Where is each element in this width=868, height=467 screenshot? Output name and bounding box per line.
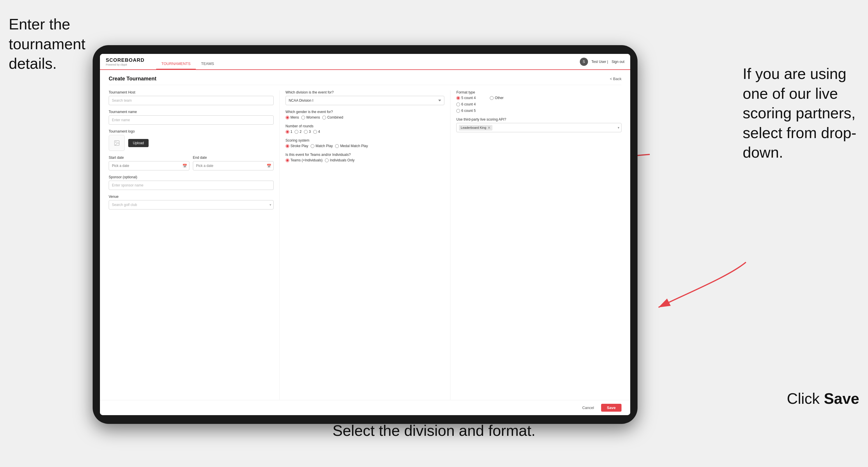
format-6count5-radio[interactable]: [456, 109, 460, 113]
live-scoring-group: Use third-party live scoring API? Leader…: [456, 117, 621, 132]
tournament-name-input[interactable]: [109, 115, 274, 125]
end-date-input[interactable]: [193, 161, 274, 170]
app-logo: SCOREBOARD Powered by clippit: [106, 57, 145, 66]
rounds-label: Number of rounds: [285, 124, 445, 128]
sponsor-group: Sponsor (optional): [109, 175, 274, 190]
live-scoring-tag-text: Leaderboard King: [461, 126, 486, 129]
rounds-3-radio[interactable]: [304, 130, 308, 134]
date-row: Start date 📅 End date 📅: [109, 156, 274, 170]
gender-radio-group: Mens Womens Combined: [285, 115, 445, 119]
format-other-radio[interactable]: [490, 96, 494, 100]
scoring-stroke-play-radio[interactable]: [285, 144, 289, 148]
host-label: Tournament Host: [109, 90, 274, 94]
rounds-radio-group: 1 2 3: [285, 130, 445, 134]
format-5count4-radio[interactable]: [456, 96, 460, 100]
gender-combined[interactable]: Combined: [322, 115, 343, 119]
annotation-select-division: Select the division and format.: [333, 421, 535, 441]
format-5count4[interactable]: 5 count 4: [456, 96, 482, 100]
app-header: SCOREBOARD Powered by clippit TOURNAMENT…: [100, 54, 630, 70]
logo-placeholder-icon: [109, 135, 125, 151]
form-col-2: Which division is the event for? NCAA Di…: [280, 90, 451, 400]
cancel-button[interactable]: Cancel: [578, 404, 598, 412]
sponsor-label: Sponsor (optional): [109, 175, 274, 179]
teams-plus-individuals[interactable]: Teams (+Individuals): [285, 158, 322, 162]
back-link[interactable]: Back: [610, 76, 621, 81]
sponsor-input[interactable]: [109, 181, 274, 190]
venue-wrapper: ▾: [109, 200, 274, 210]
individuals-only-label: Individuals Only: [330, 158, 354, 162]
format-6count4[interactable]: 6 count 4: [456, 102, 482, 106]
tablet-device: SCOREBOARD Powered by clippit TOURNAMENT…: [93, 45, 638, 424]
format-row-2: 6 count 4: [456, 102, 621, 106]
main-content: Create Tournament Back Tournament Host T…: [100, 70, 630, 400]
start-date-wrapper: 📅: [109, 161, 189, 170]
tab-teams[interactable]: TEAMS: [196, 54, 219, 69]
individuals-only[interactable]: Individuals Only: [325, 158, 354, 162]
format-6count5[interactable]: 6 count 5: [456, 109, 482, 113]
gender-mens[interactable]: Mens: [285, 115, 299, 119]
gender-womens[interactable]: Womens: [301, 115, 320, 119]
upload-button[interactable]: Upload: [128, 139, 149, 147]
start-date-group: Start date 📅: [109, 156, 189, 170]
form-columns: Tournament Host Tournament name Tourname…: [109, 90, 621, 400]
tournament-logo-group: Tournament logo Upload: [109, 129, 274, 151]
rounds-2[interactable]: 2: [294, 130, 302, 134]
format-other-label: Other: [495, 96, 503, 100]
scoring-medal-match-play-label: Medal Match Play: [340, 144, 368, 148]
rounds-4[interactable]: 4: [313, 130, 320, 134]
gender-combined-radio[interactable]: [322, 116, 326, 119]
tab-tournaments[interactable]: TOURNAMENTS: [156, 54, 196, 69]
format-6count4-radio[interactable]: [456, 102, 460, 106]
gender-mens-label: Mens: [290, 115, 299, 119]
teams-plus-individuals-radio[interactable]: [285, 158, 289, 162]
rounds-1-radio[interactable]: [285, 130, 289, 134]
calendar-icon-start: 📅: [182, 164, 187, 168]
live-scoring-remove-icon[interactable]: ✕: [488, 126, 491, 130]
gender-mens-radio[interactable]: [285, 116, 289, 119]
live-scoring-label: Use third-party live scoring API?: [456, 117, 621, 122]
gender-label: Which gender is the event for?: [285, 110, 445, 114]
search-team-input[interactable]: [109, 96, 274, 105]
gender-group: Which gender is the event for? Mens Wome…: [285, 110, 445, 119]
start-date-input[interactable]: [109, 161, 189, 170]
teams-label: Is this event for Teams and/or Individua…: [285, 153, 445, 157]
nav-tabs: TOURNAMENTS TEAMS: [156, 54, 219, 69]
tablet-screen: SCOREBOARD Powered by clippit TOURNAMENT…: [100, 54, 630, 415]
venue-group: Venue ▾: [109, 195, 274, 210]
live-scoring-dropdown[interactable]: Leaderboard King ✕ ▾: [456, 123, 621, 132]
calendar-icon-end: 📅: [267, 164, 271, 168]
individuals-only-radio[interactable]: [325, 158, 329, 162]
rounds-2-radio[interactable]: [294, 130, 298, 134]
svg-point-2: [115, 142, 116, 143]
venue-label: Venue: [109, 195, 274, 199]
end-date-wrapper: 📅: [193, 161, 274, 170]
logo-upload-area: Upload: [109, 135, 274, 151]
header-right: S Test User | Sign out: [580, 58, 624, 66]
signout-link[interactable]: Sign out: [612, 60, 624, 64]
scoring-match-play[interactable]: Match Play: [311, 144, 333, 148]
rounds-3[interactable]: 3: [304, 130, 311, 134]
form-container: Create Tournament Back Tournament Host T…: [100, 70, 630, 400]
scoring-medal-match-play[interactable]: Medal Match Play: [335, 144, 368, 148]
teams-radio-group: Teams (+Individuals) Individuals Only: [285, 158, 445, 162]
format-row-1: 5 count 4 Other: [456, 96, 621, 100]
venue-search-input[interactable]: [109, 200, 274, 210]
annotation-live-scoring: If you are using one of our live scoring…: [743, 64, 859, 162]
form-title: Create Tournament: [109, 76, 156, 82]
gender-womens-radio[interactable]: [301, 116, 305, 119]
scoring-match-play-label: Match Play: [315, 144, 333, 148]
name-label: Tournament name: [109, 110, 274, 114]
rounds-4-radio[interactable]: [313, 130, 317, 134]
scoring-medal-match-play-radio[interactable]: [335, 144, 339, 148]
division-select[interactable]: NCAA Division I: [285, 96, 445, 105]
format-type-options: 5 count 4 Other: [456, 96, 621, 113]
format-other[interactable]: Other: [490, 96, 503, 100]
scoring-match-play-radio[interactable]: [311, 144, 314, 148]
end-date-label: End date: [193, 156, 274, 160]
end-date-group: End date 📅: [193, 156, 274, 170]
scoring-stroke-play[interactable]: Stroke Play: [285, 144, 308, 148]
user-avatar: S: [580, 58, 588, 66]
scoring-stroke-play-label: Stroke Play: [290, 144, 308, 148]
rounds-1[interactable]: 1: [285, 130, 292, 134]
save-button[interactable]: Save: [601, 404, 621, 412]
